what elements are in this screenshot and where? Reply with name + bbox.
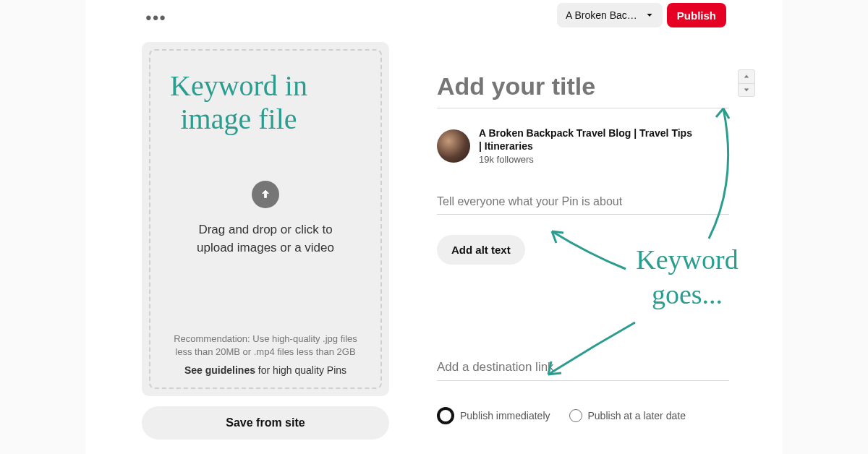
followers-count: 19k followers bbox=[479, 154, 696, 165]
title-input[interactable] bbox=[437, 69, 729, 108]
publish-options: Publish immediately Publish at a later d… bbox=[437, 407, 729, 424]
header-bar: ••• A Broken Bac… Publish bbox=[85, 0, 783, 36]
ellipsis-icon: ••• bbox=[145, 9, 166, 27]
publish-immediately-option[interactable]: Publish immediately bbox=[437, 407, 550, 424]
save-from-site-button[interactable]: Save from site bbox=[142, 406, 389, 440]
radio-icon bbox=[437, 407, 454, 424]
upload-recommendation: Recommendation: Use high-quality .jpg fi… bbox=[166, 333, 365, 359]
avatar bbox=[437, 129, 470, 163]
publish-immediately-label: Publish immediately bbox=[460, 410, 550, 421]
board-select-label: A Broken Bac… bbox=[566, 9, 637, 21]
description-input[interactable] bbox=[437, 194, 729, 215]
stepper-down[interactable] bbox=[739, 84, 754, 97]
stepper-up[interactable] bbox=[739, 70, 754, 84]
board-select[interactable]: A Broken Bac… bbox=[557, 3, 663, 27]
title-stepper[interactable] bbox=[738, 69, 755, 97]
profile-block: A Broken Backpack Travel Blog | Travel T… bbox=[437, 127, 729, 165]
upload-dropzone[interactable]: Drag and drop or click to upload images … bbox=[142, 42, 389, 396]
publish-later-option[interactable]: Publish at a later date bbox=[569, 409, 686, 422]
upload-guidelines: See guidelines for high quality Pins bbox=[166, 364, 365, 376]
chevron-down-icon bbox=[645, 11, 654, 20]
destination-link-input[interactable] bbox=[437, 359, 729, 381]
more-options-button[interactable]: ••• bbox=[142, 7, 171, 29]
publish-later-label: Publish at a later date bbox=[588, 410, 686, 421]
radio-icon bbox=[569, 409, 582, 422]
publish-button[interactable]: Publish bbox=[667, 3, 726, 27]
upload-icon bbox=[252, 181, 279, 208]
alt-text-button[interactable]: Add alt text bbox=[437, 235, 525, 265]
left-column: Drag and drop or click to upload images … bbox=[142, 42, 389, 440]
profile-name: A Broken Backpack Travel Blog | Travel T… bbox=[479, 127, 696, 153]
upload-instruction: Drag and drop or click to upload images … bbox=[182, 221, 349, 257]
guidelines-link[interactable]: See guidelines bbox=[184, 364, 255, 376]
form-column: A Broken Backpack Travel Blog | Travel T… bbox=[437, 69, 729, 424]
